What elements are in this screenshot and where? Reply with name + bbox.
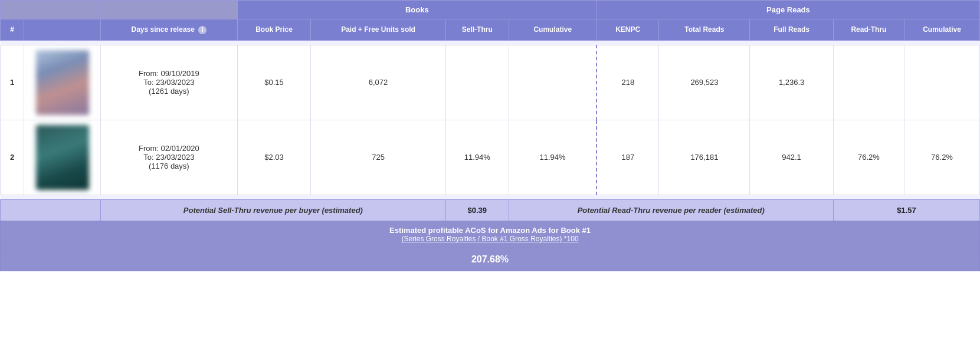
book-cover-image-2 xyxy=(36,125,89,190)
header-empty-days xyxy=(101,1,238,19)
footer-read-thru-value: $1.57 xyxy=(833,199,979,221)
row-2-date-to: To: 23/03/2023 xyxy=(143,153,194,162)
footer-revenue-row: Potential Sell-Thru revenue per buyer (e… xyxy=(1,199,980,221)
row-2-sell-thru: 11.94% xyxy=(445,120,509,195)
acos-value-row: 207.68% xyxy=(1,248,980,271)
row-1-cumulative-pr xyxy=(904,45,980,120)
acrs-label-row: Estimated profitable ACoS for Amazon Ads… xyxy=(1,221,980,248)
col-total-reads: Total Reads xyxy=(659,19,750,41)
info-icon[interactable]: i xyxy=(198,26,207,34)
col-img-empty xyxy=(24,19,101,41)
acrs-sub-label: (Series Gross Royalties / Book #1 Gross … xyxy=(4,235,976,243)
row-2-total-reads: 176,181 xyxy=(659,120,750,195)
row-1-date-to: To: 23/03/2023 xyxy=(143,78,194,87)
col-kenpc: KENPC xyxy=(596,19,659,41)
book-cover-cell-1 xyxy=(24,45,101,120)
row-1-book-price: $0.15 xyxy=(237,45,311,120)
header-empty-hash xyxy=(1,1,24,19)
row-2-dates: From: 02/01/2020 To: 23/03/2023 (1176 da… xyxy=(101,120,238,195)
row-1-sell-thru xyxy=(445,45,509,120)
row-1-cumulative xyxy=(509,45,596,120)
table-row: 1 From: 09/10/2019 To: 23/03/2023 (1261 … xyxy=(1,45,980,120)
footer-read-thru-label: Potential Read-Thru revenue per reader (… xyxy=(509,199,833,221)
header-empty-img xyxy=(24,1,101,19)
row-2-read-thru: 76.2% xyxy=(833,120,904,195)
footer-sell-thru-label: Potential Sell-Thru revenue per buyer (e… xyxy=(101,199,446,221)
row-1-kenpc: 218 xyxy=(596,45,659,120)
row-1-days: (1261 days) xyxy=(149,87,189,96)
row-2-cumulative: 11.94% xyxy=(509,120,596,195)
row-2-date-from: From: 02/01/2020 xyxy=(139,144,199,153)
separator-row-2 xyxy=(1,195,980,199)
header-page-reads-group: Page Reads xyxy=(596,1,979,19)
acos-value: 207.68% xyxy=(1,248,980,271)
acrs-label-text: Estimated profitable ACoS for Amazon Ads… xyxy=(389,226,591,235)
col-full-reads: Full Reads xyxy=(750,19,834,41)
header-group-row: Books Page Reads xyxy=(1,1,980,19)
row-2-kenpc: 187 xyxy=(596,120,659,195)
row-2-days: (1176 days) xyxy=(149,162,189,170)
row-num-1: 1 xyxy=(1,45,24,120)
row-2-book-price: $2.03 xyxy=(237,120,311,195)
book-cover-image-1 xyxy=(36,50,89,115)
row-2-cumulative-pr: 76.2% xyxy=(904,120,980,195)
row-2-full-reads: 942.1 xyxy=(750,120,834,195)
col-paid-free-units: Paid + Free Units sold xyxy=(311,19,445,41)
header-books-group: Books xyxy=(237,1,596,19)
footer-empty xyxy=(1,199,101,221)
separator-row xyxy=(1,40,980,45)
col-hash: # xyxy=(1,19,24,41)
row-2-units-sold: 725 xyxy=(311,120,445,195)
row-1-dates: From: 09/10/2019 To: 23/03/2023 (1261 da… xyxy=(101,45,238,120)
row-num-2: 2 xyxy=(1,120,24,195)
col-cumulative-pr: Cumulative xyxy=(904,19,980,41)
table-row: 2 From: 02/01/2020 To: 23/03/2023 (1176 … xyxy=(1,120,980,195)
book-cover-cell-2 xyxy=(24,120,101,195)
col-days-since-release: Days since release i xyxy=(101,19,238,41)
row-1-date-from: From: 09/10/2019 xyxy=(139,69,199,78)
row-1-full-reads: 1,236.3 xyxy=(750,45,834,120)
row-1-read-thru xyxy=(833,45,904,120)
acrs-label: Estimated profitable ACoS for Amazon Ads… xyxy=(1,221,980,248)
row-1-total-reads: 269,523 xyxy=(659,45,750,120)
col-read-thru: Read-Thru xyxy=(833,19,904,41)
header-col-row: # Days since release i Book Price Paid +… xyxy=(1,19,980,41)
col-sell-thru: Sell-Thru xyxy=(445,19,509,41)
col-book-price: Book Price xyxy=(237,19,311,41)
col-cumulative: Cumulative xyxy=(509,19,596,41)
row-1-units-sold: 6,072 xyxy=(311,45,445,120)
footer-sell-thru-value: $0.39 xyxy=(445,199,509,221)
